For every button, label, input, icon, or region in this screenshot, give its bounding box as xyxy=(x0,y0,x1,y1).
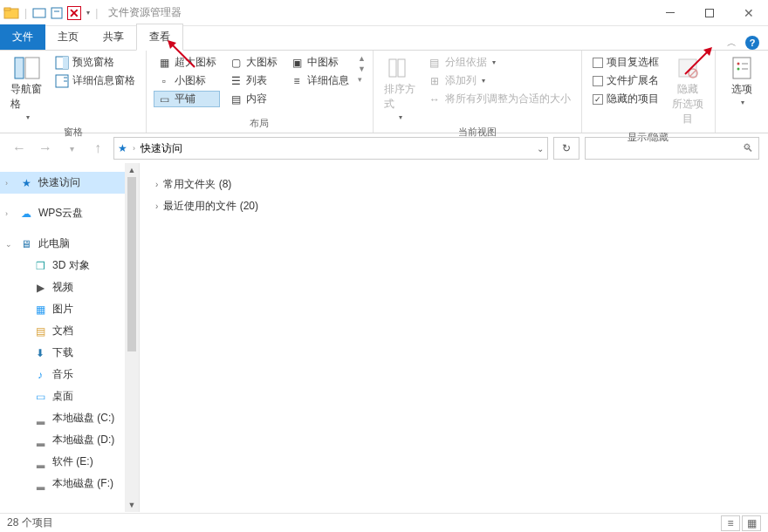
group-recent-files[interactable]: ›最近使用的文件 (20) xyxy=(155,195,752,217)
help-button[interactable]: ? xyxy=(745,36,759,50)
qat-delete-icon[interactable]: ✕ xyxy=(67,6,81,20)
layout-details[interactable]: ≡详细信息 xyxy=(286,72,353,89)
tab-home[interactable]: 主页 xyxy=(45,24,91,50)
layout-list[interactable]: ☰列表 xyxy=(225,72,281,89)
layout-lg-icons[interactable]: ▢大图标 xyxy=(225,54,281,71)
qat-folder-icon[interactable] xyxy=(32,6,46,20)
qat-properties-icon[interactable] xyxy=(50,6,64,20)
sidebar-disk-c[interactable]: ▂本地磁盘 (C:) xyxy=(0,407,139,429)
svg-rect-2 xyxy=(33,9,45,17)
view-large-button[interactable]: ▦ xyxy=(742,515,761,531)
layout-tiles[interactable]: ▭平铺 xyxy=(154,91,220,107)
tab-view[interactable]: 查看 xyxy=(136,24,183,51)
maximize-button[interactable] xyxy=(689,0,729,26)
svg-rect-15 xyxy=(398,59,405,77)
sidebar-music[interactable]: ♪音乐 xyxy=(0,364,139,385)
status-text: 28 个项目 xyxy=(7,515,53,530)
checkbox-hidden-items[interactable]: ✓隐藏的项目 xyxy=(589,91,662,107)
checkbox-item-checkboxes[interactable]: 项目复选框 xyxy=(589,54,662,71)
view-details-button[interactable]: ≡ xyxy=(721,515,740,531)
details-pane-button[interactable]: 详细信息窗格 xyxy=(51,72,139,89)
ribbon-group-layout: ▦超大图标 ▫小图标 ▭平铺 ▢大图标 ☰列表 ▤内容 ▣中图标 ≡详细信息 x… xyxy=(147,51,374,133)
svg-rect-16 xyxy=(679,59,696,77)
history-dropdown[interactable]: ▾ xyxy=(61,138,82,159)
group-by-button[interactable]: ▤分组依据▾ xyxy=(424,54,574,71)
sidebar-this-pc[interactable]: ⌄🖥此电脑 xyxy=(0,233,139,255)
sort-by-button[interactable]: 排序方式 ▾ xyxy=(381,54,419,123)
checkbox-file-ext[interactable]: 文件扩展名 xyxy=(589,72,662,89)
ribbon: 导航窗格 ▾ 预览窗格 详细信息窗格 窗格 ▦超大图标 ▫小图标 ▭平铺 ▢大图… xyxy=(0,51,768,133)
qat-dropdown-icon[interactable]: ▾ xyxy=(86,9,90,17)
address-text: 快速访问 xyxy=(141,141,182,156)
preview-pane-button[interactable]: 预览窗格 xyxy=(51,54,139,71)
layout-md-icons[interactable]: ▣中图标 xyxy=(286,54,353,71)
content-pane: ›常用文件夹 (8) ›最近使用的文件 (20) xyxy=(140,163,768,512)
collapse-ribbon-button[interactable]: ︿ xyxy=(727,37,737,50)
fit-columns-button[interactable]: ↔将所有列调整为合适的大小 xyxy=(424,91,574,107)
svg-rect-7 xyxy=(15,58,24,78)
refresh-button[interactable]: ↻ xyxy=(553,137,579,160)
ribbon-group-panes: 导航窗格 ▾ 预览窗格 详细信息窗格 窗格 xyxy=(0,51,147,133)
group-label-layout: 布局 xyxy=(154,114,366,133)
nav-bar: ← → ▾ ↑ ★ › 快速访问 ⌄ ↻ 🔍︎ xyxy=(0,133,768,163)
sidebar-3d-objects[interactable]: ❒3D 对象 xyxy=(0,255,139,276)
sidebar-quick-access[interactable]: ›★快速访问 xyxy=(0,172,139,194)
forward-button[interactable]: → xyxy=(35,138,56,159)
ribbon-group-options: 选项 ▾ xyxy=(716,51,768,133)
status-bar: 28 个项目 ≡ ▦ xyxy=(0,513,768,532)
close-button[interactable]: ✕ xyxy=(729,0,768,26)
title-bar: | ✕ ▾ | 文件资源管理器 ✕ xyxy=(0,0,768,26)
layout-xl-icons[interactable]: ▦超大图标 xyxy=(154,54,220,71)
body: ›★快速访问 ›☁WPS云盘 ⌄🖥此电脑 ❒3D 对象 ▶视频 ▦图片 ▤文档 … xyxy=(0,163,768,512)
tab-file[interactable]: 文件 xyxy=(0,24,45,50)
tab-share[interactable]: 共享 xyxy=(91,24,136,50)
nav-pane-button[interactable]: 导航窗格 ▾ xyxy=(7,54,46,123)
layout-content[interactable]: ▤内容 xyxy=(225,91,281,107)
svg-rect-14 xyxy=(389,59,396,77)
sidebar-downloads[interactable]: ⬇下载 xyxy=(0,342,139,364)
svg-point-20 xyxy=(737,63,740,65)
hide-selected-button[interactable]: 隐藏 所选项目 xyxy=(668,54,708,128)
sidebar-disk-f[interactable]: ▂本地磁盘 (F:) xyxy=(0,473,139,494)
group-frequent-folders[interactable]: ›常用文件夹 (8) xyxy=(155,174,752,195)
svg-rect-3 xyxy=(51,8,62,18)
svg-rect-19 xyxy=(733,58,751,78)
ribbon-group-current-view: 排序方式 ▾ ▤分组依据▾ ⊞添加列▾ ↔将所有列调整为合适的大小 当前视图 xyxy=(374,51,582,133)
ribbon-group-show-hide: 项目复选框 文件扩展名 ✓隐藏的项目 隐藏 所选项目 显示/隐藏 xyxy=(582,51,716,133)
options-button[interactable]: 选项 ▾ xyxy=(723,54,761,108)
sidebar-disk-d[interactable]: ▂本地磁盘 (D:) xyxy=(0,429,139,451)
up-button[interactable]: ↑ xyxy=(87,138,108,159)
sidebar-wps[interactable]: ›☁WPS云盘 xyxy=(0,202,139,224)
nav-tree: ›★快速访问 ›☁WPS云盘 ⌄🖥此电脑 ❒3D 对象 ▶视频 ▦图片 ▤文档 … xyxy=(0,163,140,512)
app-icon xyxy=(3,5,19,21)
svg-rect-8 xyxy=(25,58,39,78)
minimize-button[interactable] xyxy=(650,0,689,26)
ribbon-tabs: 文件 主页 共享 查看 ︿ ? xyxy=(0,26,768,51)
sidebar-scrollbar[interactable]: ▲ ▼ xyxy=(125,163,139,512)
search-box[interactable]: 🔍︎ xyxy=(585,137,759,160)
sidebar-documents[interactable]: ▤文档 xyxy=(0,320,139,342)
back-button[interactable]: ← xyxy=(9,138,30,159)
sidebar-pictures[interactable]: ▦图片 xyxy=(0,298,139,320)
search-icon: 🔍︎ xyxy=(743,142,753,154)
sidebar-desktop[interactable]: ▭桌面 xyxy=(0,385,139,407)
star-icon: ★ xyxy=(118,142,127,154)
sidebar-disk-e[interactable]: ▂软件 (E:) xyxy=(0,451,139,473)
window-title: 文件资源管理器 xyxy=(108,5,182,20)
sidebar-videos[interactable]: ▶视频 xyxy=(0,276,139,298)
add-columns-button[interactable]: ⊞添加列▾ xyxy=(424,72,574,89)
svg-point-22 xyxy=(737,68,740,71)
layout-sm-icons[interactable]: ▫小图标 xyxy=(154,72,220,89)
svg-rect-10 xyxy=(63,57,68,69)
svg-rect-1 xyxy=(4,8,10,10)
address-bar[interactable]: ★ › 快速访问 ⌄ xyxy=(113,137,548,160)
